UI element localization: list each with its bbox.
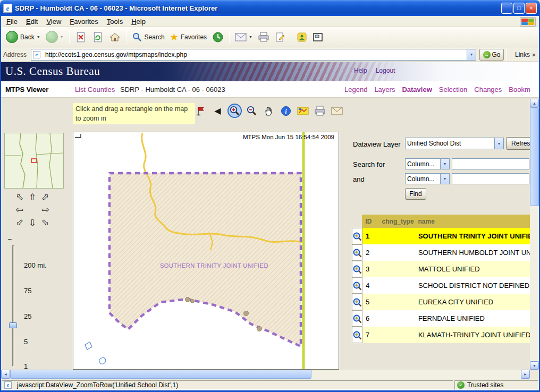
favorites-button[interactable]: ★ Favorites [167,29,210,46]
maximize-button[interactable]: □ [513,3,525,14]
close-button[interactable]: × [526,3,537,14]
cell-chng-type [379,327,415,343]
print-map-tool[interactable] [313,104,327,118]
home-button[interactable] [106,29,123,46]
stop-button[interactable] [72,29,89,46]
zoom-to-row-button[interactable] [352,228,362,244]
vertical-scroll-thumb[interactable] [530,107,539,206]
pan-northwest-arrow[interactable]: ⇧ [11,189,28,205]
messenger-button[interactable] [294,29,310,46]
zoom-to-row-button[interactable] [352,261,362,277]
table-row[interactable]: 6 FERNDALE UNIFIED [352,310,530,327]
select-dropdown-icon[interactable]: ▼ [494,138,503,149]
nav-selection[interactable]: Selection [439,86,467,93]
menu-edit[interactable]: Edit [22,16,42,27]
scroll-up-button[interactable]: ▲ [530,99,539,107]
map-canvas[interactable]: SOUTHERN TRINITY JOINT UNIFIED MTPS Mon … [73,132,339,370]
search-value-1-input[interactable] [452,158,529,169]
zoom-in-tool[interactable] [227,104,242,118]
nav-layers[interactable]: Layers [374,86,395,93]
refresh-button[interactable] [89,29,106,46]
zoom-to-row-button[interactable] [352,327,362,343]
zoom-out-minus-icon[interactable]: − [7,235,12,243]
zoom-to-row-button[interactable] [352,244,362,261]
help-link[interactable]: Help [354,67,367,74]
page-icon: e [33,51,40,58]
table-row[interactable]: 5 EUREKA CITY UNIFIED [352,294,530,310]
table-row[interactable]: 1 SOUTHERN TRINITY JOINT UNIFIED [352,228,530,244]
horizontal-scroll-thumb[interactable] [10,370,311,379]
history-icon [212,31,224,43]
back-dropdown-icon[interactable]: ▼ [37,35,40,39]
zoom-to-row-button[interactable] [352,277,362,294]
menu-tools[interactable]: Tools [103,16,127,27]
zoom-to-row-button[interactable] [352,310,362,327]
search-button[interactable]: Search [129,29,167,46]
pan-southwest-arrow[interactable]: ⇧ [11,214,28,231]
map-graphic: SOUTHERN TRINITY JOINT UNIFIED [73,132,339,369]
zoom-slider-thumb[interactable] [9,322,17,328]
table-row[interactable]: 4 SCHOOL DISTRICT NOT DEFINED [352,277,530,294]
list-counties-link[interactable]: List Counties [75,86,115,93]
search-column-2-select[interactable]: Column... ▼ [405,173,450,184]
fullscreen-button[interactable] [310,29,326,46]
table-row[interactable]: 3 MATTOLE UNIFIED [352,261,530,277]
pan-northeast-arrow[interactable]: ⇧ [37,189,53,205]
find-button[interactable]: Find [405,188,426,200]
table-row[interactable]: 2 SOUTHERN HUMBOLDT JOINT UNIFIED [352,244,530,261]
select-dropdown-icon[interactable]: ▼ [440,174,449,184]
scroll-down-button[interactable]: ▼ [530,361,539,370]
back-icon: ← [6,31,18,43]
vertical-scrollbar[interactable]: ▲ ▼ [530,99,539,370]
table-row[interactable]: 7 KLAMATH-TRINITY JOINT UNIFIED [352,327,530,343]
zoom-column-header [352,215,362,228]
mail-button[interactable]: ▼ [232,29,255,46]
tiger-map-tool[interactable] [296,104,310,118]
go-button[interactable]: → Go [479,49,504,61]
menu-favorites[interactable]: Favorites [65,16,102,27]
nav-legend[interactable]: Legend [344,86,367,93]
history-button[interactable] [209,29,226,46]
zoom-out-tool[interactable] [244,104,259,118]
horizontal-scrollbar[interactable]: ◄ ► [1,370,530,379]
back-button[interactable]: ← Back ▼ [3,29,43,46]
nav-bookmarks[interactable]: Bookmarks [509,86,530,93]
zoom-to-row-button[interactable] [352,294,362,310]
scroll-right-button[interactable]: ► [521,370,530,379]
overview-map[interactable] [4,133,64,189]
pan-tool[interactable] [261,104,276,118]
cell-name: SOUTHERN HUMBOLDT JOINT UNIFIED [415,244,530,261]
links-chevron-icon: » [532,51,536,58]
search-value-2-input[interactable] [452,173,529,184]
mail-icon [235,33,247,41]
pan-southeast-arrow[interactable]: ⇧ [37,214,53,231]
print-button[interactable] [255,29,272,46]
row-zoom-icon [352,314,362,323]
menu-help[interactable]: Help [127,16,150,27]
dataview-layer-select[interactable]: Unified School Dist ▼ [405,138,504,149]
info-tool[interactable]: i [279,104,293,118]
menu-file[interactable]: File [2,16,22,27]
forward-button[interactable]: → ▼ [43,29,66,46]
minimize-button[interactable]: _ [501,3,512,14]
select-dropdown-icon[interactable]: ▼ [440,159,449,169]
nav-dataview[interactable]: Dataview [402,86,432,93]
mail-dropdown-icon[interactable]: ▼ [249,35,252,39]
logout-link[interactable]: Logout [376,67,395,74]
forward-dropdown-icon[interactable]: ▼ [60,35,64,39]
address-input[interactable]: e http://ecots1.geo.census.gov/mtpsmaps/… [31,49,476,61]
previous-view-tool[interactable]: ◀ [210,104,225,118]
refresh-dataview-button[interactable]: Refresh [506,137,530,150]
links-button[interactable]: Links » [515,51,536,58]
search-column-1-select[interactable]: Column... ▼ [405,158,450,169]
edit-button[interactable] [272,29,288,46]
address-dropdown-icon[interactable]: ▼ [467,49,476,60]
menu-view[interactable]: View [42,16,65,27]
locate-flag-tool[interactable] [193,104,208,118]
column-header-id: ID [362,215,378,228]
nav-changes[interactable]: Changes [474,86,502,93]
zoom-slider-track[interactable] [12,245,14,367]
export-map-tool[interactable] [330,104,344,118]
scroll-left-button[interactable]: ◄ [1,370,10,379]
tiger-map-icon [297,106,309,116]
